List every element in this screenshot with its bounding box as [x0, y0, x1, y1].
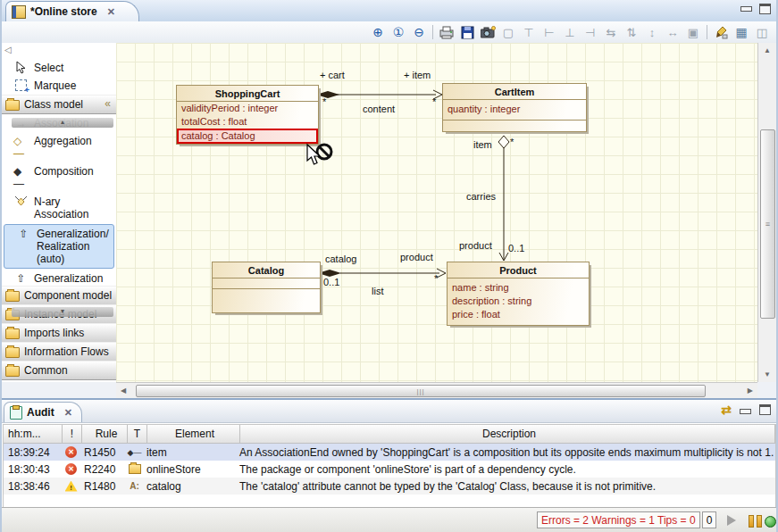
role-catalog-label[interactable]: catalog	[325, 254, 356, 264]
column-rule[interactable]: Rule	[82, 425, 128, 443]
folder-icon	[5, 328, 20, 339]
attr-catalog-highlighted[interactable]: catalog : Catalog	[177, 129, 318, 144]
format-brush-icon[interactable]	[712, 24, 730, 41]
play-icon[interactable]	[727, 515, 736, 526]
role-product2-label[interactable]: product	[459, 240, 492, 251]
tool-palette: ◁ Select + Marquee Class model « ▴ → Ass…	[2, 43, 117, 382]
attr-total-cost[interactable]: totalCost : float	[177, 115, 318, 129]
role-product-label[interactable]: product	[400, 252, 433, 262]
tool-marquee-label: Marquee	[34, 79, 76, 92]
operations-compartment[interactable]	[443, 120, 586, 131]
error-icon: ✕	[65, 446, 77, 458]
drawer-class-model[interactable]: Class model «	[2, 95, 116, 114]
attributes-compartment[interactable]	[213, 278, 320, 288]
horizontal-scroll-thumb[interactable]: |||	[136, 385, 706, 397]
print-icon[interactable]	[438, 24, 456, 41]
mult-item2-label[interactable]: *	[510, 137, 514, 147]
audit-row-item[interactable]: 18:39:24 ✕ R1450 ◆— item An AssociationE…	[4, 444, 775, 461]
scroll-right-arrow[interactable]: ▶	[748, 387, 753, 395]
maximize-icon[interactable]	[759, 4, 771, 14]
palette-collapse-icon[interactable]: ◁	[4, 45, 12, 54]
tool-composition[interactable]: ◆— Composition	[2, 162, 116, 193]
attr-description[interactable]: description : string	[448, 295, 589, 308]
audit-tab[interactable]: Audit ✕	[4, 402, 82, 422]
palette-scroll-down[interactable]: ▾	[12, 307, 113, 317]
mult-product-label[interactable]: *	[434, 273, 438, 284]
role-item-label[interactable]: + item	[404, 70, 431, 80]
drawer-imports-links[interactable]: Imports links	[2, 323, 116, 343]
tool-select[interactable]: Select	[2, 59, 116, 77]
tool-nary-association[interactable]: N-aryAssociation	[2, 193, 116, 223]
diagram-canvas[interactable]: ShoppingCart validityPeriod : integer to…	[116, 43, 757, 382]
pause-icon[interactable]	[749, 515, 762, 528]
drawer-information-flows-label: Information Flows	[24, 345, 109, 358]
error-icon: ✕	[65, 463, 77, 475]
class-cart-item-title: CartItem	[443, 84, 586, 100]
attr-validity-period[interactable]: validityPeriod : integer	[177, 102, 318, 115]
palette-pin-icon[interactable]: «	[105, 97, 111, 110]
zoom-original-icon[interactable]: ①	[389, 24, 407, 41]
grid-icon[interactable]: ▦	[732, 24, 750, 41]
mult-cart-label[interactable]: *	[322, 96, 326, 107]
mult-item-label[interactable]: *	[432, 96, 436, 107]
zoom-out-icon[interactable]: ⊖	[410, 24, 428, 41]
tool-marquee[interactable]: + Marquee	[2, 77, 116, 95]
column-element[interactable]: Element	[147, 425, 240, 443]
column-time[interactable]: hh:m...	[4, 425, 63, 443]
tool-association[interactable]: ▴ → Association	[2, 114, 116, 132]
operations-compartment[interactable]	[213, 288, 320, 312]
row-rule: R1480	[80, 480, 125, 493]
tool-nary-label: N-aryAssociation	[34, 195, 88, 220]
attr-name[interactable]: name : string	[448, 278, 589, 295]
audit-maximize-icon[interactable]	[759, 404, 771, 415]
class-shopping-cart[interactable]: ShoppingCart validityPeriod : integer to…	[176, 85, 319, 145]
vertical-scroll-thumb[interactable]: ≡	[760, 129, 775, 319]
mult-catalog-label[interactable]: 0..1	[323, 277, 339, 287]
palette-scroll-up[interactable]: ▴	[12, 118, 113, 128]
scroll-up-arrow[interactable]: ▲	[764, 46, 771, 54]
folder-icon	[5, 347, 20, 358]
save-icon[interactable]	[458, 24, 476, 41]
drawer-common[interactable]: Common	[2, 361, 116, 380]
audit-row-catalog[interactable]: 18:38:46 ! R1480 A: catalog The 'catalog…	[4, 478, 775, 495]
column-severity[interactable]: !	[63, 425, 82, 443]
snapshot-icon[interactable]	[479, 24, 497, 41]
tab-close-icon[interactable]: ✕	[107, 6, 115, 18]
tool-generalization[interactable]: ⇧ Generalization	[2, 270, 116, 287]
editor-tab-online-store[interactable]: *Online store ✕	[5, 1, 139, 21]
scroll-up-icon: ▴	[61, 118, 64, 126]
vertical-scrollbar[interactable]: ▲ ≡ ▼	[757, 43, 776, 382]
row-element: catalog	[144, 480, 236, 493]
assoc-content-label[interactable]: content	[363, 104, 395, 114]
class-product[interactable]: Product name : string description : stri…	[447, 262, 590, 326]
column-type[interactable]: T	[128, 425, 147, 443]
refresh-diagram-icon: ◫	[753, 24, 771, 41]
horizontal-scrollbar[interactable]: ◀ ||| ▶	[116, 382, 757, 398]
class-cart-item[interactable]: CartItem quantity : integer	[442, 83, 587, 132]
drawer-information-flows[interactable]: Information Flows	[2, 342, 116, 362]
minimize-icon[interactable]	[740, 6, 752, 12]
class-catalog[interactable]: Catalog	[212, 262, 321, 313]
audit-tab-close-icon[interactable]: ✕	[64, 407, 72, 419]
attr-quantity[interactable]: quantity : integer	[443, 100, 586, 120]
assoc-list-label[interactable]: list	[372, 286, 383, 296]
audit-row-onlinestore[interactable]: 18:30:43 ✕ R2240 onlineStore The package…	[4, 461, 775, 478]
audit-minimize-icon[interactable]	[740, 409, 751, 414]
toolbar-separator	[432, 25, 433, 39]
distribute-vertical-icon: ⇅	[623, 24, 640, 41]
mult-product2-label[interactable]: 0..1	[508, 243, 524, 254]
attr-price[interactable]: price : float	[448, 308, 589, 325]
tool-aggregation[interactable]: ◇— Aggregation	[2, 132, 116, 162]
link-with-editor-icon[interactable]: ⇄	[721, 403, 732, 416]
tool-generalization-realization-auto[interactable]: ⇧ Generalization/ Realization (auto)	[4, 224, 114, 269]
column-description[interactable]: Description	[240, 425, 775, 443]
drawer-component-model[interactable]: Component model	[2, 286, 116, 305]
zoom-in-icon[interactable]: ⊕	[369, 24, 387, 41]
tool-aggregation-label: Aggregation	[34, 135, 92, 147]
assoc-carries-label[interactable]: carries	[466, 191, 496, 202]
scroll-down-arrow[interactable]: ▼	[764, 370, 771, 378]
role-item2-label[interactable]: item	[473, 139, 492, 150]
scroll-left-arrow[interactable]: ◀	[121, 387, 126, 395]
audit-table: hh:m... ! Rule T Element Description 18:…	[3, 424, 776, 508]
role-cart-label[interactable]: + cart	[320, 70, 345, 80]
